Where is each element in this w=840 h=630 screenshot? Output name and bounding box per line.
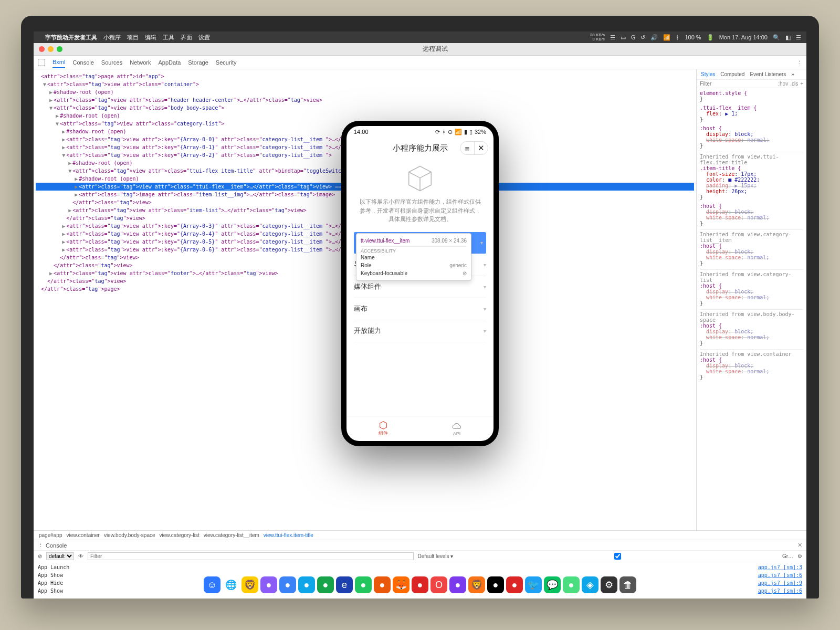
dock-app[interactable]: O [430, 576, 447, 593]
crumb[interactable]: view.ttui-flex.item-title [264, 532, 313, 538]
dom-line[interactable]: ▶#shadow-root (open) [36, 88, 694, 96]
phone-list-item[interactable]: 开放能力▾ [354, 320, 486, 342]
crumb[interactable]: view.category-list [160, 532, 200, 538]
console-filter-input[interactable] [88, 552, 414, 560]
more-icon[interactable]: » [791, 71, 794, 77]
css-rule[interactable]: element.style {} [700, 90, 803, 102]
capsule-close-icon[interactable]: ✕ [474, 142, 488, 154]
spotlight-icon[interactable]: 🔍 [773, 34, 780, 41]
phone-list-item[interactable]: 画布▾ [354, 298, 486, 320]
menubar-item[interactable]: 项目 [127, 34, 139, 41]
battery-icon[interactable]: 🔋 [707, 34, 714, 41]
traffic-lights[interactable] [39, 46, 62, 52]
console-close-icon[interactable]: ✕ [797, 542, 802, 549]
capsule-menu-icon[interactable]: ≡ [460, 142, 474, 154]
crumb[interactable]: view.category-list__item [204, 532, 259, 538]
dom-line[interactable]: <attr">class="tag">page attr">id="app"> [36, 72, 694, 80]
dock-app[interactable]: e [336, 576, 353, 593]
group-checkbox[interactable] [457, 553, 778, 560]
sync-icon[interactable]: ↺ [640, 34, 645, 41]
css-rule[interactable]: .ttui-flex__item {…flex: ▶ 1;} [700, 105, 803, 122]
menubar-item[interactable]: 工具 [163, 34, 174, 41]
menubar-item[interactable]: 设置 [198, 34, 210, 41]
tab-security[interactable]: Security [216, 57, 237, 68]
dock-app[interactable]: ● [506, 576, 523, 593]
dock-app[interactable]: ● [279, 576, 296, 593]
css-rule[interactable]: :host {…display: block;white-space: norm… [700, 203, 803, 226]
google-icon[interactable]: G [631, 34, 636, 40]
dock-app[interactable]: ● [298, 576, 315, 593]
dock-app[interactable]: 🗑 [620, 576, 636, 593]
css-rule[interactable]: :host {…display: block;white-space: norm… [700, 283, 803, 306]
css-rule[interactable]: :host {…display: block;white-space: norm… [700, 125, 803, 149]
hov-toggle[interactable]: :hov [778, 81, 788, 87]
dock-app[interactable]: ☺ [204, 576, 220, 593]
css-rule[interactable]: :host {…display: block;white-space: norm… [700, 323, 803, 346]
console-levels[interactable]: Default levels ▾ [418, 553, 454, 559]
wifi-icon[interactable]: 📶 [663, 34, 670, 41]
phone-tab-components[interactable]: 组件 [346, 416, 420, 441]
dom-line[interactable]: ▶<attr">class="tag">view attr">class="he… [36, 96, 694, 104]
styles-tab-styles[interactable]: Styles [701, 71, 715, 77]
menubar-item[interactable]: 编辑 [145, 34, 156, 41]
dock-app[interactable]: 💬 [544, 576, 561, 593]
dock-app[interactable]: 🦁 [242, 576, 258, 593]
styles-rules[interactable]: element.style {}.ttui-flex__item {…flex:… [697, 88, 806, 530]
styles-tab-listeners[interactable]: Event Listeners [750, 71, 786, 77]
dock-app[interactable]: ● [563, 576, 580, 593]
crumb[interactable]: view.container [67, 532, 100, 538]
dock-app[interactable]: ◈ [582, 576, 598, 593]
minimize-button[interactable] [48, 46, 54, 52]
cls-toggle[interactable]: .cls [790, 81, 798, 87]
dock-app[interactable]: ⚙ [601, 576, 617, 593]
phone-tab-api[interactable]: API [420, 416, 494, 441]
dock-app[interactable]: 🐦 [525, 576, 542, 593]
dock-app[interactable]: ● [260, 576, 277, 593]
dock-app[interactable]: ● [355, 576, 372, 593]
dock-app[interactable]: 🦁 [468, 576, 485, 593]
css-rule[interactable]: :host {…display: block;white-space: norm… [700, 357, 803, 380]
bluetooth-icon[interactable]: ᚼ [676, 34, 679, 40]
close-button[interactable] [39, 46, 45, 52]
tab-appdata[interactable]: AppData [159, 57, 181, 68]
menubar-item[interactable]: 小程序 [103, 34, 121, 41]
control-center-icon[interactable]: ◧ [785, 34, 791, 41]
clock[interactable]: Mon 17. Aug 14:00 [719, 34, 768, 40]
clear-console-icon[interactable]: ⊘ [38, 553, 42, 559]
dom-line[interactable]: ▶#shadow-root (open) [36, 112, 694, 120]
tab-bxml[interactable]: Bxml [52, 57, 65, 68]
dock-app[interactable]: 🦊 [393, 576, 410, 593]
gear-icon[interactable]: ⚙ [797, 553, 802, 559]
tab-console[interactable]: Console [72, 57, 93, 68]
dock-app[interactable]: ● [374, 576, 391, 593]
tab-storage[interactable]: Storage [188, 57, 208, 68]
volume-icon[interactable]: 🔊 [650, 34, 658, 41]
dock-app[interactable]: ● [412, 576, 428, 593]
css-rule[interactable]: .item-title {…font-size: 17px;color: ■ #… [700, 165, 803, 200]
add-rule-button[interactable]: + [800, 81, 803, 87]
tab-network[interactable]: Network [130, 57, 151, 68]
eye-icon[interactable]: 👁 [78, 553, 83, 559]
menubar-app-name[interactable]: 字节跳动开发者工具 [45, 34, 97, 41]
styles-filter-input[interactable] [700, 81, 776, 87]
dock-app[interactable]: ● [487, 576, 504, 593]
dock-app[interactable]: ● [317, 576, 334, 593]
element-picker-icon[interactable] [38, 59, 45, 66]
console-menu-icon[interactable]: ⋮ [38, 542, 44, 549]
more-menu-icon[interactable]: ⋮ [796, 59, 802, 66]
styles-tab-computed[interactable]: Computed [720, 71, 744, 77]
menubar-item[interactable]: 界面 [181, 34, 192, 41]
menu-extra-icon[interactable]: ☰ [610, 34, 615, 41]
tab-sources[interactable]: Sources [101, 57, 122, 68]
dock-app[interactable]: ● [449, 576, 466, 593]
menu-extra-icon[interactable]: ▭ [621, 34, 626, 41]
dom-line[interactable]: ▼<attr">class="tag">view attr">class="co… [36, 80, 694, 88]
css-rule[interactable]: :host {…display: block;white-space: norm… [700, 243, 803, 266]
dom-line[interactable]: ▼<attr">class="tag">view attr">class="bo… [36, 104, 694, 112]
console-context-select[interactable]: default [46, 552, 74, 560]
dock-app[interactable]: 🌐 [223, 576, 239, 593]
crumb[interactable]: page#app [39, 532, 62, 538]
maximize-button[interactable] [57, 46, 62, 52]
siri-icon[interactable]: ☰ [796, 34, 801, 41]
crumb[interactable]: view.body.body-space [104, 532, 155, 538]
